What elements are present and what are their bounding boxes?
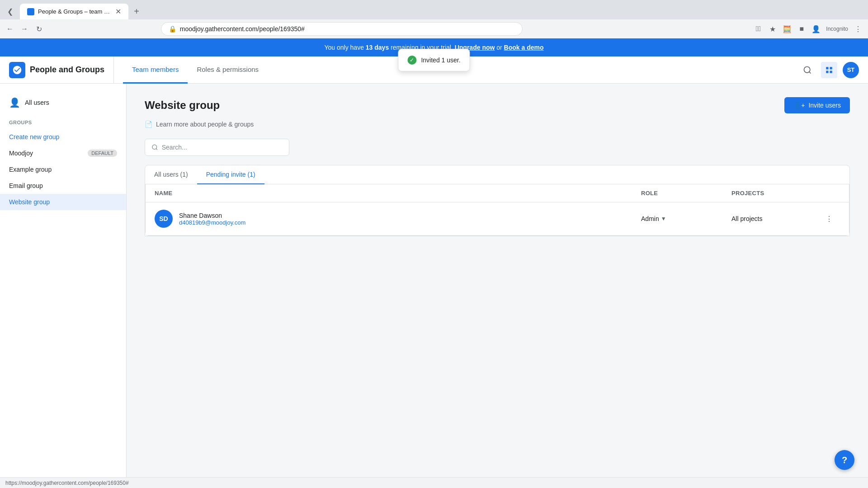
content-area: Website group 👤+ Invite users 📄 Learn mo…: [127, 84, 868, 488]
search-btn[interactable]: [799, 62, 816, 78]
svg-rect-4: [826, 70, 828, 73]
status-url: https://moodjoy.gathercontent.com/people…: [5, 480, 129, 486]
demo-link[interactable]: Book a demo: [504, 44, 544, 51]
default-badge: DEFAULT: [88, 150, 117, 157]
svg-point-6: [152, 145, 157, 149]
learn-more-link[interactable]: 📄 Learn more about people & groups: [145, 121, 850, 128]
row-action-btn[interactable]: ⋮: [822, 211, 836, 226]
invite-btn-label: Invite users: [808, 102, 841, 109]
table-row: SD Shane Dawson d40819b9@moodjoy.com Adm…: [146, 202, 849, 235]
tab-favicon: [27, 8, 34, 15]
user-name: Shane Dawson: [179, 212, 245, 219]
col-projects: Projects: [731, 190, 822, 197]
person-icon: 👤: [9, 97, 20, 108]
sidebar-group-website[interactable]: Website group: [0, 194, 126, 210]
grid-icon-btn[interactable]: [821, 62, 837, 78]
extension-icon[interactable]: 🧮: [781, 23, 793, 35]
group-name-website: Website group: [9, 198, 50, 206]
groups-section-label: GROUPS: [0, 113, 126, 129]
main-layout: 👤 All users GROUPS Create new group Mood…: [0, 84, 868, 488]
search-icon: [151, 144, 158, 151]
svg-line-1: [809, 71, 811, 73]
more-icon[interactable]: ⋮: [852, 23, 864, 35]
browser-tab-active[interactable]: People & Groups – team mem... ✕: [20, 4, 128, 19]
tab-team-members[interactable]: Team members: [123, 56, 188, 84]
col-actions: [822, 190, 840, 197]
tabs-wrapper: All users (1) Pending invite (1) Name Ro…: [145, 165, 850, 236]
browser-toolbar: ← → ↻ 🔒 moodjoy.gathercontent.com/people…: [0, 19, 868, 38]
invite-user-icon: 👤+: [793, 102, 805, 109]
incognito-label: Incognito: [824, 26, 850, 32]
role-cell[interactable]: Admin ▼: [641, 215, 731, 222]
banner-or: or: [495, 44, 504, 51]
search-box[interactable]: [145, 139, 289, 156]
svg-rect-2: [826, 67, 828, 69]
tab-expand-btn[interactable]: ❮: [4, 5, 16, 18]
sidebar-group-moodjoy[interactable]: Moodjoy DEFAULT: [0, 145, 126, 161]
app-logo[interactable]: People and Groups: [9, 62, 104, 78]
page-title: Website group: [145, 99, 220, 112]
user-avatar[interactable]: ST: [843, 62, 859, 78]
help-btn[interactable]: ?: [835, 450, 854, 470]
new-tab-btn[interactable]: +: [130, 5, 143, 18]
svg-rect-3: [830, 67, 832, 69]
banner-text-before: You only have: [324, 44, 365, 51]
sidebar: 👤 All users GROUPS Create new group Mood…: [0, 84, 127, 488]
invite-users-btn[interactable]: 👤+ Invite users: [784, 97, 850, 113]
browser-chrome: ❮ People & Groups – team mem... ✕ + ← → …: [0, 0, 868, 38]
table-container: Name Role Projects SD Shane Dawson d4081…: [145, 184, 849, 236]
eye-slash-icon[interactable]: 👁⃠: [752, 23, 764, 35]
col-role: Role: [641, 190, 731, 197]
sidebar-group-email[interactable]: Email group: [0, 178, 126, 194]
sidebar-all-users[interactable]: 👤 All users: [0, 93, 126, 113]
toast-message: Invited 1 user.: [421, 56, 460, 64]
create-new-group-btn[interactable]: Create new group: [0, 129, 126, 145]
group-name-example: Example group: [9, 166, 52, 173]
svg-rect-5: [830, 70, 832, 73]
header-right: ST: [799, 62, 859, 78]
user-details: Shane Dawson d40819b9@moodjoy.com: [179, 212, 245, 226]
header-nav: Team members Roles & permissions: [113, 56, 268, 84]
chevron-down-icon: ▼: [661, 216, 666, 222]
puzzle-icon[interactable]: ■: [795, 23, 808, 35]
user-email: d40819b9@moodjoy.com: [179, 219, 245, 226]
projects-cell: All projects: [731, 215, 822, 222]
banner-days: 13 days: [366, 44, 389, 51]
tab-pending-invite[interactable]: Pending invite (1): [197, 165, 264, 184]
search-input[interactable]: [162, 144, 283, 151]
logo-svg: [12, 65, 22, 75]
address-text: moodjoy.gathercontent.com/people/169350#: [180, 25, 515, 33]
role-label: Admin: [641, 215, 659, 222]
svg-line-7: [156, 149, 157, 150]
check-icon: ✓: [407, 56, 416, 65]
address-bar[interactable]: 🔒 moodjoy.gathercontent.com/people/16935…: [161, 22, 523, 36]
profile-icon[interactable]: 👤: [810, 23, 822, 35]
app-name: People and Groups: [30, 65, 104, 75]
tab-all-users[interactable]: All users (1): [145, 165, 197, 184]
col-name: Name: [155, 190, 641, 197]
tab-title: People & Groups – team mem...: [38, 8, 112, 15]
lock-icon: 🔒: [169, 25, 176, 33]
logo-icon: [9, 62, 25, 78]
tab-roles-permissions[interactable]: Roles & permissions: [188, 56, 268, 84]
star-icon[interactable]: ★: [766, 23, 779, 35]
svg-point-0: [804, 66, 810, 72]
status-bar: https://moodjoy.gathercontent.com/people…: [0, 477, 868, 488]
sidebar-group-example[interactable]: Example group: [0, 161, 126, 178]
toast-notification: ✓ Invited 1 user.: [398, 49, 470, 71]
reload-btn[interactable]: ↻: [33, 23, 45, 35]
forward-btn[interactable]: →: [18, 23, 31, 35]
content-header: Website group 👤+ Invite users: [145, 97, 850, 113]
back-btn[interactable]: ←: [4, 23, 16, 35]
book-icon: 📄: [145, 121, 152, 128]
tab-close-btn[interactable]: ✕: [115, 7, 121, 16]
table-header: Name Role Projects: [146, 184, 849, 202]
user-info: SD Shane Dawson d40819b9@moodjoy.com: [155, 210, 641, 228]
tabs-bar: All users (1) Pending invite (1): [145, 165, 849, 184]
group-name-email: Email group: [9, 182, 43, 189]
all-users-label: All users: [25, 99, 49, 106]
toolbar-actions: 👁⃠ ★ 🧮 ■ 👤 Incognito ⋮: [752, 23, 864, 35]
learn-more-text: Learn more about people & groups: [156, 121, 254, 128]
user-avatar-sd: SD: [155, 210, 173, 228]
group-name-moodjoy: Moodjoy: [9, 150, 33, 157]
